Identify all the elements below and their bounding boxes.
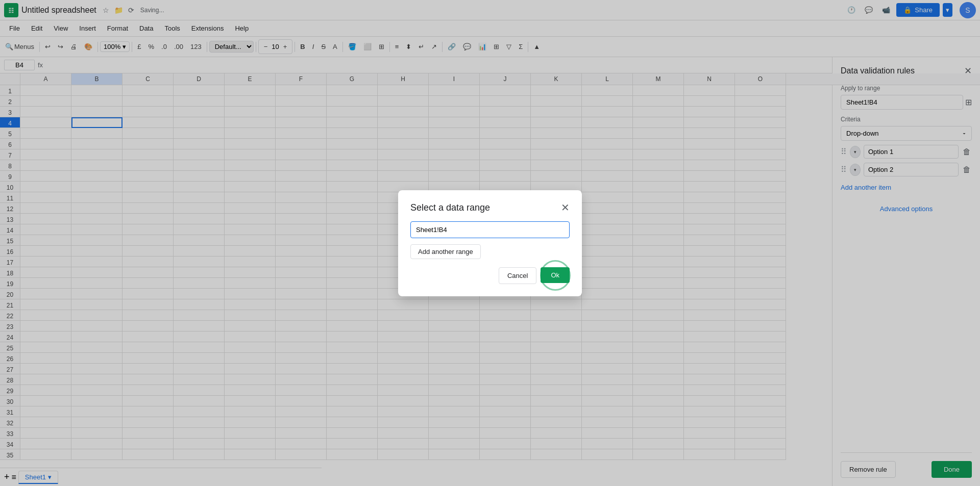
select-data-range-modal: Select a data range ✕ Add another range … [398,190,582,296]
add-range-row: Add another range [410,244,570,259]
modal-footer: Cancel Ok [410,267,570,284]
range-input[interactable] [410,221,570,238]
ok-btn[interactable]: Ok [541,267,570,283]
cancel-btn[interactable]: Cancel [499,267,536,284]
modal-title: Select a data range ✕ [410,202,570,213]
modal-overlay: Select a data range ✕ Add another range … [0,0,980,486]
modal-title-text: Select a data range [410,202,490,213]
modal-close-btn[interactable]: ✕ [561,202,570,213]
add-another-range-btn[interactable]: Add another range [410,244,481,259]
